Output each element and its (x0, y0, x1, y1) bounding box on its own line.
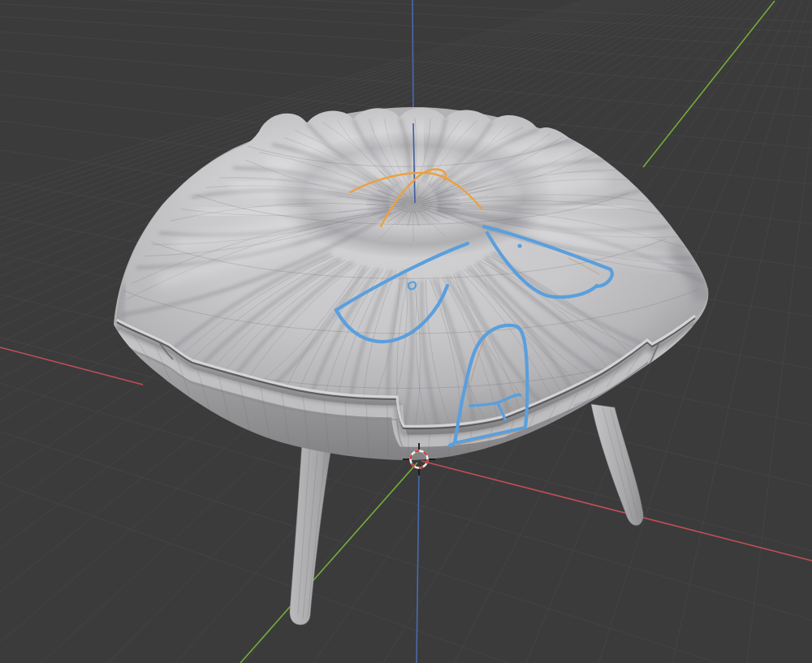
viewport-3d[interactable] (0, 0, 812, 663)
blender-viewport-window[interactable] (0, 0, 812, 663)
right-eye-pupil[interactable] (517, 243, 521, 248)
